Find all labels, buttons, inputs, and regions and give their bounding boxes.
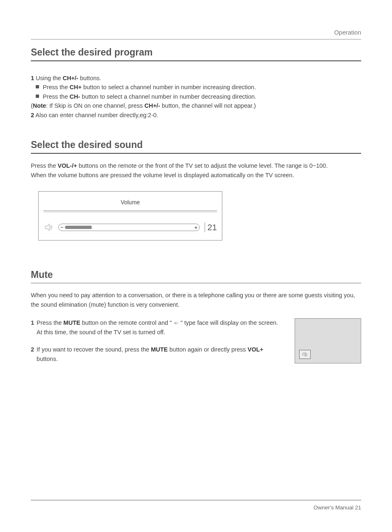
text: button on the remote control and " (80, 319, 173, 326)
volume-osd-row: − + 21 (44, 222, 217, 232)
bullet-icon (36, 95, 39, 98)
section-title-mute: Mute (31, 269, 361, 283)
volume-slider: − + (58, 224, 200, 231)
section-title-program: Select the desired program (31, 47, 361, 60)
volume-osd-box: Volume − + 21 (38, 191, 222, 241)
mute-button-label: MUTE (63, 319, 80, 326)
mute-step-1: 1 Press the MUTE button on the remote co… (31, 318, 282, 337)
section1-bullet2: Press the CH- button to select a channel… (31, 92, 361, 101)
mute-icon (173, 321, 179, 326)
mute-steps: 1 Press the MUTE button on the remote co… (31, 318, 282, 372)
text: When you need to pay attention to (31, 292, 123, 298)
text: buttons on the remote or the front of th… (77, 162, 327, 169)
step-number-1: 1 (31, 318, 34, 337)
step-number-1: 1 (31, 75, 34, 81)
footer-page-number: 21 (355, 504, 361, 511)
text: button to select a channel number in num… (80, 93, 256, 100)
speaker-icon (44, 222, 54, 232)
text: button, the channel will not appear.) (160, 102, 256, 109)
footer-text: Owner's Manual 21 (31, 504, 361, 511)
mute-osd-badge (299, 350, 311, 359)
header-rule (31, 39, 361, 39)
volume-slider-track (65, 226, 193, 229)
mute-icon (301, 351, 309, 358)
section2-title-rule (31, 153, 361, 154)
text: Press the (37, 319, 63, 326)
plus-icon: + (194, 224, 198, 231)
section1-note: (Note: If Skip is ON on one channel, pre… (31, 101, 361, 110)
note-label: Note (33, 102, 46, 109)
footer-rule (31, 500, 361, 500)
step-number-2: 2 (31, 112, 34, 118)
text: Also can enter channel number directly,e… (34, 112, 158, 118)
step-number-2: 2 (31, 345, 34, 363)
section1-line1: 1 Using the CH+/- buttons. (31, 74, 361, 83)
section1-content: 1 Using the CH+/- buttons. Press the CH+… (31, 74, 361, 120)
volume-slider-fill (65, 226, 92, 229)
text: Press the (43, 93, 69, 100)
volume-osd-rule (44, 210, 217, 212)
section2-p1: Press the VOL-/+ buttons on the remote o… (31, 161, 361, 170)
text: Press the (43, 84, 69, 90)
footer: Owner's Manual 21 (31, 500, 361, 511)
section1-title-rule (31, 60, 361, 61)
ch-plusminus-label: CH+/- (62, 75, 78, 81)
section2-content: Press the VOL-/+ buttons on the remote o… (31, 161, 361, 180)
volume-osd-title: Volume (44, 199, 217, 206)
mute-step-2: 2 If you want to recover the sound, pres… (31, 345, 282, 363)
section2-p2: When the volume buttons are pressed the … (31, 171, 361, 180)
section3-title-rule (31, 283, 361, 283)
ch-plusminus-label: CH+/- (144, 102, 160, 109)
bullet-icon (36, 85, 39, 88)
mute-button-label: MUTE (151, 346, 168, 353)
text: Press the (31, 162, 58, 169)
minus-icon: − (60, 224, 63, 230)
ch-plus-label: CH+ (69, 84, 81, 90)
ch-minus-label: CH- (69, 93, 80, 100)
mute-tv-screen (295, 318, 361, 363)
text: If you want to recover the sound, press … (37, 346, 151, 353)
text: button again or directly press (168, 346, 247, 353)
text: buttons. (78, 75, 101, 81)
text: button to select a channel number in num… (82, 84, 256, 90)
text-emphasis: a conversation (123, 292, 162, 298)
volume-value: 21 (205, 222, 217, 232)
vol-plus-label: VOL+ (248, 346, 263, 353)
text: Using the (34, 75, 62, 81)
section-title-sound: Select the desired sound (31, 139, 361, 153)
text: : If Skip is ON on one channel, press (46, 102, 144, 109)
vol-plusminus-label: VOL-/+ (58, 162, 77, 169)
text: buttons. (37, 356, 58, 362)
header-operation-label: Operation (31, 29, 361, 36)
section1-bullet1: Press the CH+ button to select a channel… (31, 83, 361, 92)
footer-label: Owner's Manual (314, 504, 353, 511)
section1-line2: 2 Also can enter channel number directly… (31, 111, 361, 120)
section3-intro: When you need to pay attention to a conv… (31, 291, 361, 309)
mute-columns: 1 Press the MUTE button on the remote co… (31, 318, 361, 372)
